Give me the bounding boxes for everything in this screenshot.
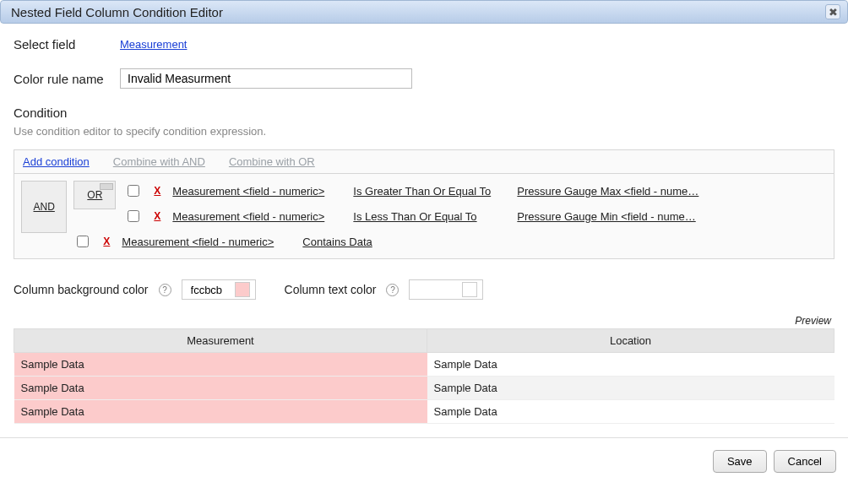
or-block-handle-icon[interactable] bbox=[100, 183, 113, 190]
row-field-link[interactable]: Measurement <field - numeric> bbox=[172, 185, 341, 198]
bg-color-input[interactable] bbox=[189, 283, 230, 297]
help-icon[interactable]: ? bbox=[386, 284, 399, 296]
row-checkbox[interactable] bbox=[128, 185, 139, 197]
cell: Sample Data bbox=[14, 377, 427, 400]
colors-row: Column background color ? Column text co… bbox=[14, 279, 834, 300]
select-field-row: Select field Measurement bbox=[14, 37, 834, 51]
cell: Sample Data bbox=[427, 377, 834, 400]
row-value-link[interactable]: Pressure Gauge Max <field - nume… bbox=[517, 185, 827, 198]
condition-editor: Add condition Combine with AND Combine w… bbox=[14, 149, 834, 259]
cancel-button[interactable]: Cancel bbox=[774, 450, 836, 473]
dialog-titlebar: Nested Field Column Condition Editor ✖ bbox=[0, 0, 848, 24]
table-row: Sample Data Sample Data bbox=[14, 400, 834, 424]
condition-toolbar: Add condition Combine with AND Combine w… bbox=[14, 150, 834, 174]
delete-row-icon[interactable]: X bbox=[154, 185, 160, 197]
select-field-label: Select field bbox=[14, 37, 105, 51]
text-color-label: Column text color bbox=[285, 283, 377, 296]
dialog-title: Nested Field Column Condition Editor bbox=[11, 5, 223, 19]
dialog-footer: Save Cancel bbox=[0, 437, 848, 485]
rule-name-input[interactable] bbox=[120, 68, 412, 89]
bg-swatch-icon[interactable] bbox=[235, 282, 250, 297]
table-row: Sample Data Sample Data bbox=[14, 377, 834, 400]
condition-row: X Measurement <field - numeric> Contains… bbox=[73, 231, 827, 252]
condition-row: X Measurement <field - numeric> Is Less … bbox=[124, 206, 827, 226]
close-icon[interactable]: ✖ bbox=[825, 4, 840, 19]
save-button[interactable]: Save bbox=[713, 450, 767, 473]
row-operator-link[interactable]: Is Greater Than Or Equal To bbox=[353, 185, 505, 198]
rule-name-label: Color rule name bbox=[14, 72, 105, 86]
text-color-input[interactable] bbox=[416, 283, 457, 297]
column-header: Location bbox=[427, 329, 834, 353]
table-row: Sample Data Sample Data bbox=[14, 353, 834, 377]
delete-row-icon[interactable]: X bbox=[103, 236, 110, 247]
cell: Sample Data bbox=[14, 353, 427, 377]
preview-label: Preview bbox=[14, 315, 834, 327]
condition-heading: Condition bbox=[14, 106, 834, 120]
cell: Sample Data bbox=[427, 400, 834, 424]
row-checkbox[interactable] bbox=[77, 236, 89, 247]
or-block-label: OR bbox=[87, 189, 102, 201]
preview-table: Measurement Location Sample Data Sample … bbox=[14, 328, 834, 424]
add-condition-link[interactable]: Add condition bbox=[23, 155, 90, 168]
row-operator-link[interactable]: Contains Data bbox=[302, 236, 454, 248]
column-header: Measurement bbox=[14, 329, 427, 353]
help-icon[interactable]: ? bbox=[159, 284, 171, 296]
text-swatch-icon[interactable] bbox=[462, 282, 477, 297]
condition-description: Use condition editor to specify conditio… bbox=[14, 125, 834, 138]
cell: Sample Data bbox=[14, 400, 427, 424]
row-field-link[interactable]: Measurement <field - numeric> bbox=[122, 236, 291, 248]
combine-and-link: Combine with AND bbox=[113, 155, 205, 168]
delete-row-icon[interactable]: X bbox=[154, 210, 160, 222]
and-block[interactable]: AND bbox=[21, 181, 67, 233]
cell: Sample Data bbox=[427, 353, 834, 377]
row-checkbox[interactable] bbox=[128, 210, 139, 222]
combine-or-link: Combine with OR bbox=[229, 155, 315, 168]
condition-row: X Measurement <field - numeric> Is Great… bbox=[124, 181, 827, 201]
row-operator-link[interactable]: Is Less Than Or Equal To bbox=[353, 210, 505, 223]
selected-field-link[interactable]: Measurement bbox=[120, 38, 187, 51]
row-value-link[interactable]: Pressure Gauge Min <field - nume… bbox=[517, 210, 827, 223]
row-field-link[interactable]: Measurement <field - numeric> bbox=[172, 210, 341, 223]
text-color-field bbox=[409, 279, 483, 300]
or-block[interactable]: OR bbox=[73, 181, 116, 209]
and-block-label: AND bbox=[34, 201, 55, 213]
bg-color-label: Column background color bbox=[14, 283, 149, 296]
bg-color-field bbox=[182, 279, 256, 300]
rule-name-row: Color rule name bbox=[14, 68, 834, 89]
